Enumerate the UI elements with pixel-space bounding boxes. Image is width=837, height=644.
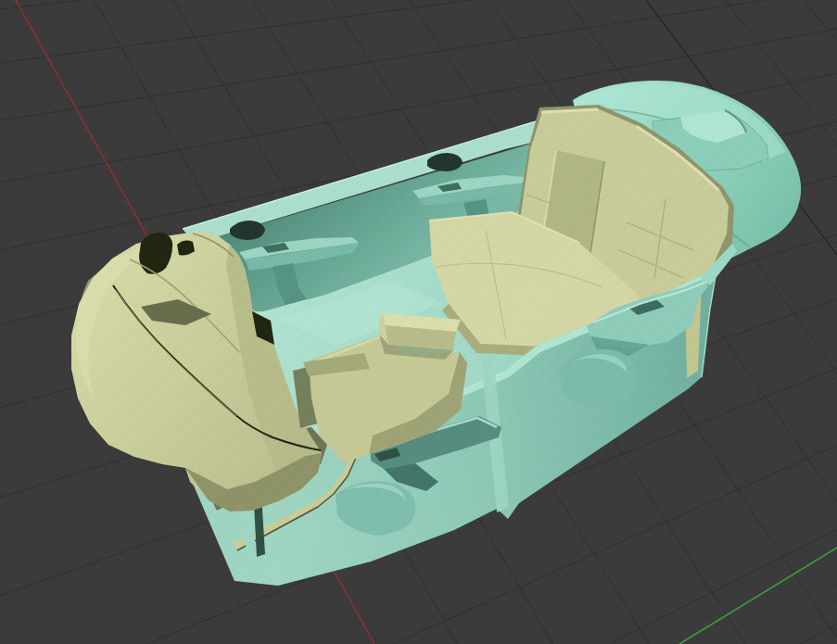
grid-line	[804, 0, 837, 644]
y-axis-line	[679, 548, 837, 644]
viewport-canvas	[0, 0, 837, 644]
grid-line	[725, 0, 837, 644]
grid-line	[0, 624, 837, 644]
3d-viewport[interactable]	[0, 0, 837, 644]
grid-line	[0, 0, 837, 63]
grid-line	[0, 530, 837, 644]
